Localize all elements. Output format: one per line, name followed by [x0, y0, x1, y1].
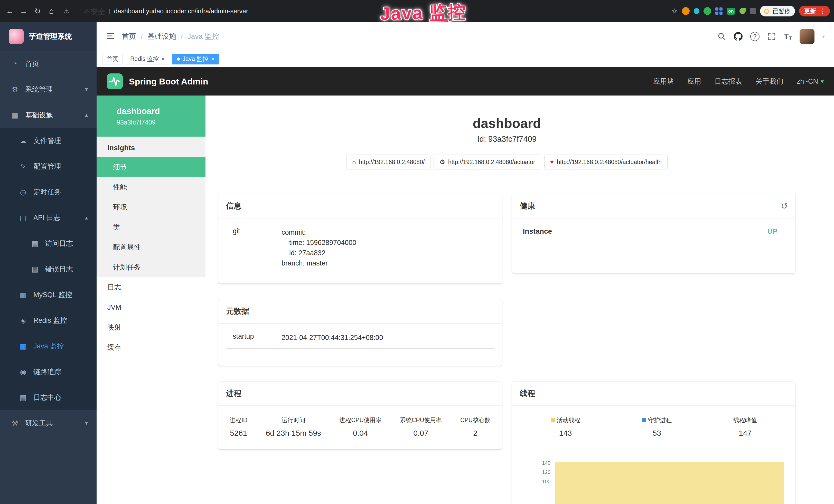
legend-daemon-threads: 守护进程 53 — [642, 416, 672, 437]
sba-item-caches[interactable]: 缓存 — [96, 337, 205, 358]
browser-menu-icon[interactable]: ⋮ — [819, 7, 826, 15]
close-icon[interactable]: × — [211, 56, 215, 62]
sidebar-item-label: 配置管理 — [34, 162, 61, 171]
sba-nav-about[interactable]: 关于我们 — [756, 77, 784, 86]
browser-bar: ← → ↻ ⌂ ⚠ 不安全 | dashboard.yudao.iocoder.… — [0, 0, 834, 22]
sba-item-performance[interactable]: 性能 — [96, 177, 205, 197]
avatar-caret-icon[interactable]: ▾ — [822, 33, 825, 40]
stat-cpu-cores: CPU核心数 2 — [460, 416, 490, 437]
link-label: http://192.168.0.2:48080/actuator/health — [557, 159, 662, 166]
link-label: http://192.168.0.2:48080/ — [359, 159, 425, 166]
github-button[interactable] — [734, 32, 743, 41]
search-button[interactable] — [717, 32, 726, 41]
instance-link-health[interactable]: ♥ http://192.168.0.2:48080/actuator/heal… — [544, 155, 667, 169]
sidebar-item-access-logs[interactable]: ▤ 访问日志 — [0, 231, 96, 256]
breadcrumb-item-infra[interactable]: 基础设施 — [148, 31, 176, 41]
sidebar-item-label: 首页 — [25, 59, 39, 68]
security-warning-icon[interactable]: ⚠ — [64, 7, 69, 15]
sidebar-item-mysql-monitor[interactable]: ▦ MySQL 监控 — [0, 282, 96, 307]
security-label[interactable]: 不安全 — [73, 0, 105, 22]
log-icon: ▤ — [19, 214, 28, 222]
sba-item-config-properties[interactable]: 配置属性 — [96, 237, 205, 257]
instance-link-actuator[interactable]: ⚙ http://192.168.0.2:48080/actuator — [434, 155, 541, 169]
instance-link-home[interactable]: ⌂ http://192.168.0.2:48080/ — [346, 155, 431, 169]
doc-icon: ▤ — [30, 239, 40, 248]
breadcrumb: 首页 / 基础设施 / Java 监控 — [122, 31, 219, 41]
sidebar-item-dev-tools[interactable]: ⚒ 研发工具 ▾ — [0, 410, 96, 436]
sidebar-item-label: 链路追踪 — [34, 367, 61, 376]
help-button[interactable]: ? — [750, 32, 760, 41]
history-icon[interactable]: ↺ — [781, 201, 788, 211]
legend-peak-threads: 线程峰值 147 — [733, 416, 757, 437]
sba-logo[interactable] — [107, 73, 123, 89]
sidebar-item-file-management[interactable]: ☁ 文件管理 — [0, 128, 96, 154]
sidebar-item-config-management[interactable]: ✎ 配置管理 — [0, 154, 96, 179]
sidebar-item-api-logs[interactable]: ▤ API 日志 ▴ — [0, 205, 96, 231]
sba-item-jvm[interactable]: JVM — [96, 297, 205, 317]
avatar[interactable] — [799, 29, 814, 44]
sba-brand[interactable]: Spring Boot Admin — [129, 76, 208, 87]
sba-item-classes[interactable]: 类 — [96, 217, 205, 237]
profile-paused-pill[interactable]: ☺ 已暂停 — [760, 6, 795, 17]
sidebar-toggle-button[interactable] — [106, 31, 115, 42]
sba-item-environment[interactable]: 环境 — [96, 197, 205, 217]
sba-item-logs[interactable]: 日志 — [96, 277, 205, 297]
instance-title: dashboard — [218, 116, 795, 131]
tab-home[interactable]: 首页 — [102, 54, 123, 65]
sidebar-item-home[interactable]: ◔ 首页 — [0, 51, 96, 76]
legend-live-threads: 活动线程 143 — [551, 416, 580, 437]
sba-nav-journal[interactable]: 日志报表 — [715, 77, 742, 86]
extension-icon-drop[interactable] — [694, 8, 699, 14]
sba-language-selector[interactable]: zh~CN ▾ — [797, 77, 824, 86]
reload-button[interactable]: ↻ — [32, 7, 43, 16]
sidebar-item-java-monitor[interactable]: ▥ Java 监控 — [0, 333, 96, 359]
update-button[interactable]: 更新 ⋮ — [799, 6, 830, 17]
sba-item-scheduled-tasks[interactable]: 计划任务 — [96, 257, 205, 277]
app-logo-row[interactable]: 芋道管理系统 — [0, 22, 96, 51]
url-text[interactable]: dashboard.yudao.iocoder.cn/infra/admin-s… — [114, 7, 248, 15]
back-button[interactable]: ← — [4, 7, 16, 16]
sidebar-item-system[interactable]: ⚙ 系统管理 ▾ — [0, 76, 96, 102]
tab-redis-monitor[interactable]: Redis 监控 × — [126, 54, 169, 65]
sidebar-item-infrastructure[interactable]: ▦ 基础设施 ▴ — [0, 102, 96, 128]
health-row: Instance UP — [520, 220, 788, 241]
sba-item-details[interactable]: 细节 — [96, 157, 205, 177]
app-logo — [9, 29, 24, 44]
bookmark-star-button[interactable]: ☆ — [671, 7, 678, 16]
extension-icon-green[interactable] — [704, 7, 711, 15]
font-size-button[interactable]: TT — [784, 32, 792, 41]
sba-nav-wallboard[interactable]: 应用墙 — [653, 77, 674, 86]
sba-item-mappings[interactable]: 映射 — [96, 317, 205, 337]
extensions-puzzle-icon[interactable] — [750, 8, 756, 14]
legend-swatch-live — [551, 418, 555, 422]
stat-uptime: 运行时间 6d 23h 15m 59s — [266, 416, 321, 437]
tab-java-monitor[interactable]: Java 监控 × — [172, 54, 219, 65]
sba-selected-app[interactable]: dashboard 93a3fc7f7409 — [96, 95, 205, 137]
home-button[interactable]: ⌂ — [46, 7, 57, 16]
extension-icon-leaf[interactable] — [740, 8, 746, 14]
sidebar-item-log-center[interactable]: ▤ 日志中心 — [0, 385, 96, 410]
sidebar-item-error-logs[interactable]: ▤ 错误日志 — [0, 256, 96, 282]
sidebar-item-label: 研发工具 — [25, 418, 53, 428]
card-title: 进程 — [226, 388, 241, 399]
header-actions: ? TT ▾ — [717, 29, 825, 44]
breadcrumb-item-home[interactable]: 首页 — [122, 31, 136, 41]
sidebar-item-redis-monitor[interactable]: ◈ Redis 监控 — [0, 307, 96, 333]
extension-icon-orange[interactable] — [682, 7, 690, 15]
extension-icon-grid[interactable] — [715, 7, 723, 15]
address-bar[interactable]: ⚠ 不安全 | dashboard.yudao.iocoder.cn/infra… — [64, 0, 668, 22]
sidebar-item-scheduled-tasks[interactable]: ◷ 定时任务 — [0, 179, 96, 205]
fullscreen-button[interactable] — [767, 32, 776, 41]
link-label: http://192.168.0.2:48080/actuator — [448, 159, 535, 166]
sba-nav-applications[interactable]: 应用 — [687, 77, 701, 86]
close-icon[interactable]: × — [161, 56, 165, 62]
paused-label: 已暂停 — [773, 7, 790, 15]
extension-on-badge[interactable]: on — [727, 8, 736, 15]
admin-sidebar: 芋道管理系统 ◔ 首页 ⚙ 系统管理 ▾ ▦ 基础设施 ▴ ☁ — [0, 22, 96, 504]
screen: Java 监控 ← → ↻ ⌂ ⚠ 不安全 | dashboard.yudao.… — [0, 0, 834, 504]
card-title: 健康 — [520, 201, 535, 211]
cards-grid: 信息 git commit: time: 1596289704000 id: 2… — [218, 194, 795, 504]
sidebar-item-link-tracing[interactable]: ◉ 链路追踪 — [0, 359, 96, 385]
forward-button[interactable]: → — [18, 7, 29, 16]
sidebar-item-label: 定时任务 — [34, 187, 61, 197]
